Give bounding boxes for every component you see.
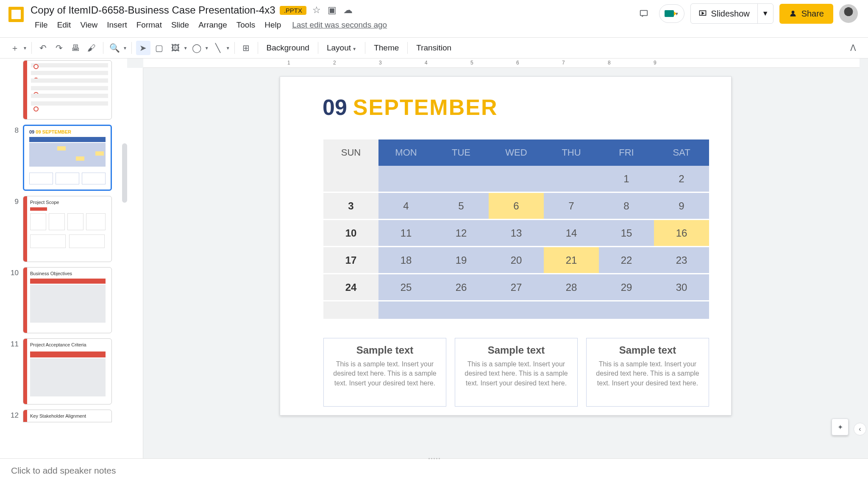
- doc-title[interactable]: Copy of ItemID-6658-Business Case Presen…: [31, 4, 275, 16]
- theme-button[interactable]: Theme: [370, 43, 403, 53]
- slide-canvas[interactable]: 123456789 09 SEPTEMBER SUNMONTUEWEDTHUFR…: [127, 59, 868, 458]
- calendar-cell: 5: [434, 193, 489, 220]
- slide-thumb-active[interactable]: 09 09 SEPTEMBER: [23, 125, 112, 191]
- calendar-cell: 28: [544, 274, 599, 301]
- collapse-toolbar-icon[interactable]: ᐱ: [846, 41, 860, 55]
- last-edit-link[interactable]: Last edit was seconds ago: [292, 20, 387, 30]
- calendar-cell: 27: [489, 274, 544, 301]
- account-avatar[interactable]: [839, 4, 858, 23]
- menu-insert[interactable]: Insert: [103, 19, 131, 31]
- image-icon[interactable]: 🖼: [168, 41, 183, 55]
- calendar-cell: [378, 166, 434, 193]
- slide-thumb[interactable]: Project Acceptance Criteria: [23, 338, 112, 404]
- calendar-cell: [544, 301, 599, 320]
- thumb-number: 10: [8, 269, 19, 277]
- calendar-cell: 9: [654, 193, 709, 220]
- menu-help[interactable]: Help: [260, 19, 285, 31]
- share-button[interactable]: Share: [779, 4, 833, 24]
- layout-button[interactable]: Layout ▼: [323, 43, 361, 53]
- svg-rect-0: [640, 11, 647, 16]
- calendar-day-header: MON: [378, 139, 434, 166]
- slide-thumb[interactable]: [23, 60, 112, 120]
- slide-content[interactable]: 09 SEPTEMBER SUNMONTUEWEDTHUFRISAT 12345…: [280, 76, 732, 416]
- star-icon[interactable]: ☆: [312, 5, 321, 16]
- new-slide-button[interactable]: ＋: [8, 41, 22, 55]
- menu-format[interactable]: Format: [132, 19, 166, 31]
- calendar-cell: 8: [599, 193, 654, 220]
- calendar-cell: 15: [599, 220, 654, 247]
- background-button[interactable]: Background: [262, 43, 314, 53]
- select-icon[interactable]: ➤: [136, 41, 150, 55]
- slide-thumb[interactable]: Key Stakeholder Alignment: [23, 410, 112, 422]
- calendar-grid: SUNMONTUEWEDTHUFRISAT 123456789101112131…: [323, 139, 709, 320]
- slide-month-name: SEPTEMBER: [353, 95, 498, 120]
- calendar-cell: [599, 301, 654, 320]
- comments-icon[interactable]: [634, 4, 653, 23]
- menu-file[interactable]: File: [31, 19, 52, 31]
- redo-icon[interactable]: ↷: [52, 41, 67, 55]
- undo-icon[interactable]: ↶: [36, 41, 50, 55]
- menu-bar: File Edit View Insert Format Slide Arran…: [31, 19, 634, 31]
- calendar-cell: [489, 301, 544, 320]
- paint-format-icon[interactable]: 🖌: [84, 41, 99, 55]
- move-icon[interactable]: ▣: [328, 5, 337, 16]
- calendar-cell: [378, 301, 434, 320]
- toolbar: ＋▼ ↶ ↷ 🖶 🖌 🔍▼ ➤ ▢ 🖼▼ ◯▼ ╲▼ ⊞ Background …: [0, 37, 868, 59]
- calendar-day-header: FRI: [599, 139, 654, 166]
- calendar-cell: 12: [434, 220, 489, 247]
- slide-month-number: 09: [323, 95, 347, 120]
- textbox-icon[interactable]: ▢: [152, 41, 167, 55]
- print-icon[interactable]: 🖶: [68, 41, 83, 55]
- menu-edit[interactable]: Edit: [53, 19, 75, 31]
- calendar-cell: 7: [544, 193, 599, 220]
- calendar-cell: 4: [378, 193, 434, 220]
- calendar-cell: 2: [654, 166, 709, 193]
- zoom-icon[interactable]: 🔍: [108, 41, 122, 55]
- calendar-cell: 20: [489, 247, 544, 274]
- slide-thumb[interactable]: Project Scope: [23, 196, 112, 262]
- app-header: Copy of ItemID-6658-Business Case Presen…: [0, 0, 868, 37]
- calendar-cell: 25: [378, 274, 434, 301]
- slide-thumb[interactable]: Business Objectives: [23, 267, 112, 333]
- thumbnail-sidebar[interactable]: 8 09 09 SEPTEMBER 9 Project Scope: [0, 59, 127, 458]
- menu-arrange[interactable]: Arrange: [194, 19, 231, 31]
- slideshow-button[interactable]: Slideshow ▼: [690, 3, 773, 24]
- menu-slide[interactable]: Slide: [167, 19, 193, 31]
- slides-logo[interactable]: [5, 3, 27, 25]
- calendar-cell: [654, 301, 709, 320]
- share-label: Share: [801, 9, 824, 19]
- meet-button[interactable]: ▼: [659, 4, 684, 23]
- calendar-cell: 21: [544, 247, 599, 274]
- calendar-cell: 13: [489, 220, 544, 247]
- calendar-cell: 26: [434, 274, 489, 301]
- comment-icon[interactable]: ⊞: [239, 41, 253, 55]
- calendar-cell: [434, 301, 489, 320]
- calendar-cell: 22: [599, 247, 654, 274]
- sample-text-box: Sample textThis is a sample text. Insert…: [323, 338, 446, 407]
- slideshow-dropdown[interactable]: ▼: [757, 4, 773, 23]
- line-icon[interactable]: ╲: [211, 41, 225, 55]
- calendar-cell: 10: [323, 220, 378, 247]
- menu-view[interactable]: View: [76, 19, 102, 31]
- menu-tools[interactable]: Tools: [232, 19, 259, 31]
- shape-icon[interactable]: ◯: [189, 41, 204, 55]
- side-panel-toggle-icon[interactable]: ‹: [854, 423, 866, 435]
- slideshow-label: Slideshow: [711, 9, 750, 19]
- thumb-number: 11: [8, 340, 19, 349]
- notes-drag-handle[interactable]: [426, 456, 442, 460]
- workspace: 8 09 09 SEPTEMBER 9 Project Scope: [0, 59, 868, 458]
- calendar-cell: [544, 166, 599, 193]
- cloud-icon[interactable]: ☁: [343, 5, 353, 16]
- calendar-day-header: SAT: [654, 139, 709, 166]
- sidebar-scrollbar[interactable]: [122, 143, 127, 203]
- horizontal-ruler: 123456789: [143, 59, 860, 68]
- speaker-notes[interactable]: Click to add speaker notes: [0, 458, 868, 477]
- calendar-day-header: WED: [489, 139, 544, 166]
- explore-icon[interactable]: ✦: [832, 418, 849, 435]
- calendar-cell: 6: [489, 193, 544, 220]
- transition-button[interactable]: Transition: [412, 43, 456, 53]
- calendar-cell: 19: [434, 247, 489, 274]
- calendar-cell: [489, 166, 544, 193]
- calendar-cell: [323, 301, 378, 320]
- thumb-number: 8: [8, 126, 19, 135]
